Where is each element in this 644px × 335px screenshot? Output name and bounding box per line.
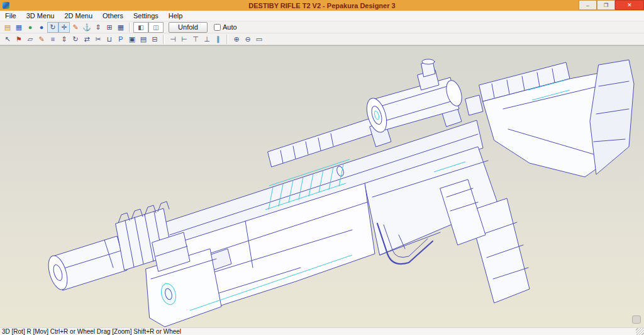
rotate-island-icon[interactable]: ↻ [70, 34, 81, 45]
auto-checkbox[interactable] [214, 24, 221, 31]
window-title: DESTIBY RIFLE T2 V2 - Pepakura Designer … [0, 2, 644, 9]
image-tool-icon[interactable]: ▣ [126, 34, 138, 45]
open-file-icon[interactable]: ▤ [2, 22, 13, 33]
align-top-icon[interactable]: ⊤ [190, 34, 201, 45]
app-icon [3, 2, 9, 9]
pencil-tool-icon[interactable]: ✎ [70, 22, 81, 33]
save-icon[interactable]: ▦ [13, 22, 25, 33]
status-bar: 3D [Rot] R [Mov] Ctrl+R or Wheel Drag [Z… [0, 327, 644, 335]
main-toolbar: ▤ ▦ ● ● ↻ ✛ ✎ ⚓ ⇕ ⊞ ▦ ◧ ◫ Unfold Auto [0, 21, 644, 33]
rifle-butt [590, 60, 634, 174]
title-bar[interactable]: DESTIBY RIFLE T2 V2 - Pepakura Designer … [0, 0, 644, 11]
viewport-3d[interactable] [0, 45, 644, 327]
add-flap-icon[interactable]: ⊔ [104, 34, 115, 45]
zoom-out-icon[interactable]: ⊖ [242, 34, 253, 45]
flip-island-icon[interactable]: ⇄ [81, 34, 92, 45]
shaded-view-icon[interactable]: ● [36, 22, 47, 33]
print-area-icon[interactable]: ⊟ [149, 34, 160, 45]
auto-unfold-group: Auto [214, 23, 237, 31]
menu-2d-menu[interactable]: 2D Menu [59, 11, 97, 21]
toolbar-separator [129, 23, 131, 32]
align-left-icon[interactable]: ⊣ [167, 34, 179, 45]
menu-bar: File 3D Menu 2D Menu Others Settings Hel… [0, 11, 644, 21]
menu-3d-menu[interactable]: 3D Menu [21, 11, 60, 21]
viewport-corner-widget[interactable] [632, 315, 641, 324]
divide-face-icon[interactable]: ▱ [25, 34, 36, 45]
toolbar-separator [163, 35, 165, 44]
pan-mode-icon[interactable]: ✛ [58, 22, 70, 33]
pattern-box-icon[interactable]: ▤ [138, 34, 149, 45]
show-panels-icon[interactable]: ▦ [115, 22, 126, 33]
align-right-icon[interactable]: ⊢ [179, 34, 190, 45]
minimize-button[interactable]: – [579, 0, 597, 10]
rifle-3d-wireframe [0, 46, 643, 327]
single-view-icon[interactable]: ◧ [133, 22, 148, 33]
distribute-icon[interactable]: ∥ [213, 34, 224, 45]
cut-edge-icon[interactable]: ✂ [92, 34, 104, 45]
window-controls: – ❐ ✕ [579, 0, 644, 11]
align-bottom-icon[interactable]: ⊥ [201, 34, 213, 45]
resize-grip[interactable] [636, 328, 644, 335]
menu-help[interactable]: Help [164, 11, 188, 21]
move-model-icon[interactable]: ⇕ [92, 22, 104, 33]
menu-file[interactable]: File [0, 11, 21, 21]
layer-list-icon[interactable]: ≡ [47, 34, 58, 45]
maximize-button[interactable]: ❐ [597, 0, 615, 10]
toolbar-separator [226, 35, 228, 44]
move-island-icon[interactable]: ⇕ [58, 34, 70, 45]
app-window: DESTIBY RIFLE T2 V2 - Pepakura Designer … [0, 0, 644, 335]
edit-flap-icon[interactable]: ⚑ [13, 34, 25, 45]
split-view-icon[interactable]: ◫ [148, 22, 164, 33]
rotate-mode-icon[interactable]: ↻ [47, 22, 58, 33]
close-button[interactable]: ✕ [615, 0, 644, 10]
show-grid-icon[interactable]: ⊞ [104, 22, 115, 33]
zoom-in-icon[interactable]: ⊕ [231, 34, 242, 45]
edit-edge-icon[interactable]: ✎ [36, 34, 47, 45]
select-tool-icon[interactable]: ↖ [2, 34, 13, 45]
edit-toolbar: ↖ ⚑ ▱ ✎ ≡ ⇕ ↻ ⇄ ✂ ⊔ P ▣ ▤ ⊟ ⊣ ⊢ ⊤ ⊥ ∥ ⊕ … [0, 33, 644, 45]
anchor-tool-icon[interactable]: ⚓ [81, 22, 92, 33]
menu-others[interactable]: Others [97, 11, 128, 21]
unfold-button[interactable]: Unfold [169, 22, 208, 33]
menu-settings[interactable]: Settings [128, 11, 164, 21]
auto-label: Auto [223, 23, 237, 31]
status-hint-text: 3D [Rot] R [Mov] Ctrl+R or Wheel Drag [Z… [2, 328, 181, 335]
textured-view-icon[interactable]: ● [25, 22, 36, 33]
text-tool-icon[interactable]: P [115, 34, 126, 45]
zoom-fit-icon[interactable]: ▭ [253, 34, 265, 45]
